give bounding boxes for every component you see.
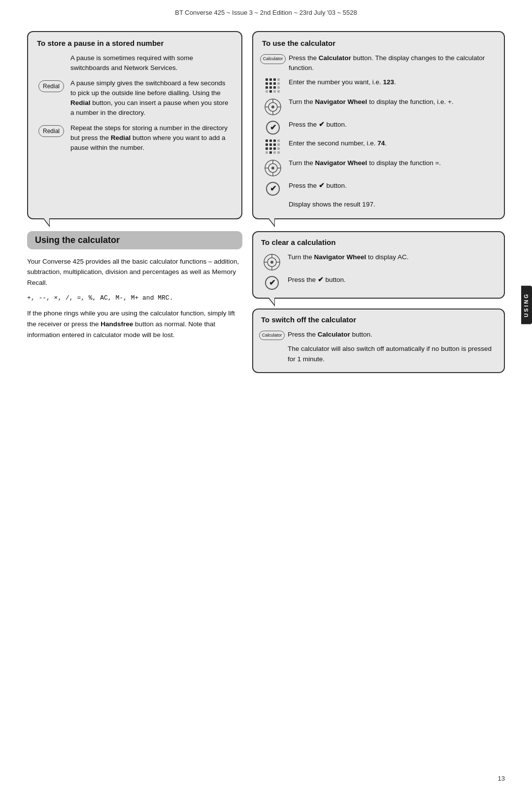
store-pause-title: To store a pause in a stored number xyxy=(37,39,233,47)
step-row-2: Enter the number you want, i.e. 123. xyxy=(262,77,495,93)
switch-off-steps: Calculator Press the Calculator button. … xyxy=(261,330,496,364)
step-text-8: Display shows the result 197. xyxy=(289,200,375,209)
store-pause-text2: A pause simply gives the switchboard a f… xyxy=(70,78,233,118)
store-pause-para1: A pause is sometimes required with some … xyxy=(37,53,233,73)
calc-icon-cell-1: Calculator xyxy=(262,53,284,64)
switch-off-step-2: The calculator will also switch off auto… xyxy=(261,344,496,364)
step-text-3: Turn the Navigator Wheel to display the … xyxy=(289,97,454,107)
step-row-3: Turn the Navigator Wheel to display the … xyxy=(262,97,495,116)
body-para3: If the phone rings while you are using t… xyxy=(27,308,242,340)
store-pause-box: To store a pause in a stored number A pa… xyxy=(27,31,242,219)
navigator-wheel-icon-3 xyxy=(263,253,281,271)
check-icon-cell-1: ✔ xyxy=(262,120,284,135)
check-button-icon-2: ✔ xyxy=(266,182,280,196)
redial-button-icon1: Redial xyxy=(38,80,64,92)
step-text-5: Enter the second number, i.e. 74. xyxy=(289,138,387,148)
step-text-6: Turn the Navigator Wheel to display the … xyxy=(289,158,441,168)
navwheel-icon-cell-1 xyxy=(262,97,284,116)
step-row-6: Turn the Navigator Wheel to display the … xyxy=(262,158,495,177)
svg-point-9 xyxy=(271,167,274,170)
calculator-icon-1: Calculator xyxy=(260,54,286,64)
check-button-icon-3: ✔ xyxy=(265,276,279,290)
step-text-2: Enter the number you want, i.e. 123. xyxy=(289,77,396,87)
result-icon-cell xyxy=(262,200,284,201)
right-column: To clear a calculation xyxy=(252,231,505,373)
redial-button-icon2: Redial xyxy=(38,125,64,137)
switch-off-step-text-2: The calculator will also switch off auto… xyxy=(288,344,496,364)
clear-calculation-title: To clear a calculation xyxy=(261,238,496,246)
clear-step-2: ✔ Press the ✔ button. xyxy=(261,275,496,290)
switch-off-box: To switch off the calculator Calculator … xyxy=(252,309,505,373)
page-number: 13 xyxy=(498,775,505,782)
use-calculator-box: To use the calculator Calculator Press t… xyxy=(252,31,505,219)
use-calculator-title: To use the calculator xyxy=(262,39,495,47)
switch-off-title: To switch off the calculator xyxy=(261,315,496,324)
clear-calculation-box: To clear a calculation xyxy=(252,231,505,299)
svg-point-2 xyxy=(271,105,274,108)
keypad-icon-2 xyxy=(266,139,280,154)
clear-steps: Turn the Navigator Wheel to display AC. … xyxy=(261,252,496,290)
store-pause-para2: Redial A pause simply gives the switchbo… xyxy=(37,78,233,118)
clear-navwheel-cell xyxy=(261,252,283,271)
body-para1: Your Converse 425 provides all the basic… xyxy=(27,256,242,288)
using-calculator-section: Using the calculator Your Converse 425 p… xyxy=(27,231,242,373)
keypad-icon-cell-1 xyxy=(262,77,284,93)
page-header: BT Converse 425 ~ Issue 3 ~ 2nd Edition … xyxy=(0,0,532,21)
use-calculator-steps: Calculator Press the Calculator button. … xyxy=(262,53,495,209)
keypad-icon-cell-2 xyxy=(262,138,284,154)
switch-off-step-1: Calculator Press the Calculator button. xyxy=(261,330,496,341)
step-row-4: ✔ Press the ✔ button. xyxy=(262,120,495,135)
side-tab: USING xyxy=(521,286,532,324)
clear-step-text-2: Press the ✔ button. xyxy=(288,275,346,285)
step-row-7: ✔ Press the ✔ button. xyxy=(262,181,495,196)
step-text-1: Press the Calculator button. The display… xyxy=(289,53,495,73)
header-text: BT Converse 425 ~ Issue 3 ~ 2nd Edition … xyxy=(175,9,357,16)
step-text-7: Press the ✔ button. xyxy=(289,181,347,191)
step-row-1: Calculator Press the Calculator button. … xyxy=(262,53,495,73)
check-icon-cell-2: ✔ xyxy=(262,181,284,196)
step-row-8: Display shows the result 197. xyxy=(262,200,495,209)
check-button-icon-1: ✔ xyxy=(266,121,280,135)
section-heading: Using the calculator xyxy=(27,231,242,249)
store-pause-text3: Repeat the steps for storing a number in… xyxy=(70,123,233,153)
clear-step-1: Turn the Navigator Wheel to display AC. xyxy=(261,252,496,271)
step-text-4: Press the ✔ button. xyxy=(289,120,347,130)
switch-calc-icon-cell: Calculator xyxy=(261,330,283,341)
store-pause-para3: Redial Repeat the steps for storing a nu… xyxy=(37,123,233,153)
keypad-icon-1 xyxy=(266,78,280,93)
switch-off-step-text-1: Press the Calculator button. xyxy=(288,330,372,340)
navigator-wheel-icon-2 xyxy=(264,159,282,177)
navwheel-icon-cell-2 xyxy=(262,158,284,177)
store-pause-text1: A pause is sometimes required with some … xyxy=(70,53,233,73)
navigator-wheel-icon-1 xyxy=(264,98,282,116)
calculator-icon-2: Calculator xyxy=(259,331,285,341)
step-row-5: Enter the second number, i.e. 74. xyxy=(262,138,495,154)
clear-check-cell: ✔ xyxy=(261,275,283,290)
clear-step-text-1: Turn the Navigator Wheel to display AC. xyxy=(288,252,409,262)
body-para2: +, --, ×, /, =, %, AC, M-, M+ and MRC. xyxy=(27,293,242,304)
svg-point-16 xyxy=(270,261,273,264)
switch-off-empty-cell xyxy=(261,344,283,345)
